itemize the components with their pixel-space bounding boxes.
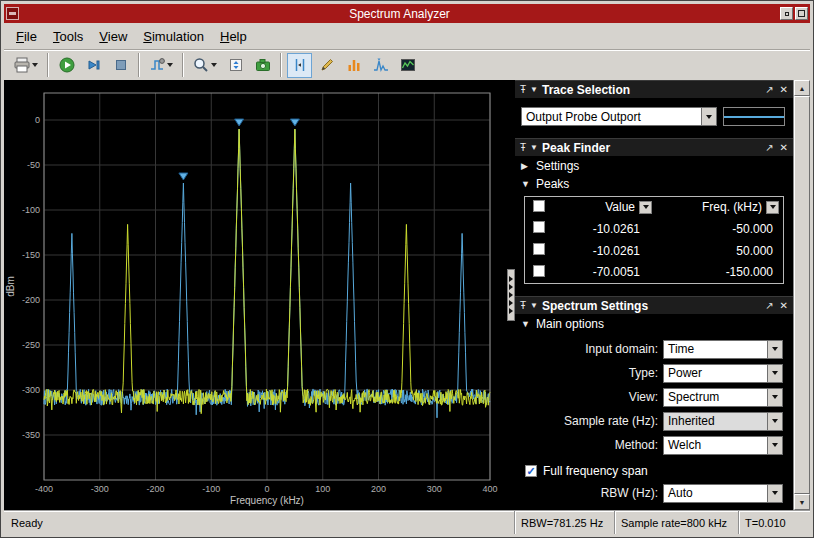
input-domain-select[interactable]: Time [663, 340, 783, 359]
setting-row-sample-rate-hz: Sample rate (Hz):Inherited [515, 409, 793, 433]
method-select[interactable]: Welch [663, 436, 783, 455]
spectrum-plot[interactable]: -400-300-200-10001002003004000-50-100-15… [4, 80, 515, 510]
minimize-button[interactable] [780, 7, 793, 20]
peak-row-checkbox[interactable] [533, 221, 545, 233]
undock-icon[interactable]: ↗ [765, 143, 773, 153]
column-header-freq: Freq. (kHz) [702, 200, 762, 214]
sample-rate-hz-select[interactable]: Inherited [663, 412, 783, 431]
playback-settings-button[interactable] [145, 53, 177, 78]
view-select[interactable]: Spectrum [663, 388, 783, 407]
zoom-button[interactable] [189, 53, 221, 78]
scroll-down-button[interactable]: ▼ [794, 494, 810, 510]
stop-button[interactable] [108, 53, 133, 78]
svg-text:-300: -300 [91, 484, 109, 494]
close-icon[interactable]: ✕ [780, 301, 788, 311]
maximize-button[interactable] [795, 7, 808, 20]
run-button[interactable] [54, 53, 79, 78]
dropdown-arrow-icon[interactable] [165, 54, 174, 77]
combo-arrow-icon[interactable] [767, 485, 782, 502]
window-title: Spectrum Analyzer [21, 7, 778, 21]
cursor-measurements-button[interactable] [287, 53, 312, 78]
peaks-table: ValueFreq. (kHz) -10.0261-50.000-10.0261… [524, 196, 784, 284]
peak-row-3: -70.0051-150.000 [525, 262, 784, 284]
combo-arrow-icon[interactable] [767, 341, 782, 358]
svg-text:-200: -200 [146, 484, 164, 494]
close-icon[interactable]: ✕ [780, 85, 788, 95]
signal-statistics-button[interactable] [314, 53, 339, 78]
panel-collapse-handle[interactable] [507, 269, 515, 321]
combo-arrow-icon[interactable] [767, 389, 782, 406]
svg-text:-50: -50 [27, 160, 40, 170]
scrollbar-thumb[interactable] [794, 96, 810, 494]
title-bar[interactable]: Spectrum Analyzer [4, 4, 810, 23]
collapse-panel-icon[interactable]: ▼ [530, 144, 538, 152]
side-panel: Ŧ ▼ Trace Selection ↗ ✕ Output Probe Out… [515, 80, 793, 510]
menu-item-file[interactable]: File [8, 26, 45, 47]
spectrum-plot-svg[interactable]: -400-300-200-10001002003004000-50-100-15… [4, 80, 515, 510]
type-select[interactable]: Power [663, 364, 783, 383]
peak-row-checkbox[interactable] [533, 243, 545, 255]
panel-title-spectrum-settings: Spectrum Settings [542, 299, 761, 313]
undock-icon[interactable]: ↗ [765, 301, 773, 311]
trace-style-preview[interactable] [723, 107, 785, 126]
peak-finder-button[interactable] [368, 53, 393, 78]
peak-row-checkbox[interactable] [533, 265, 545, 277]
full-frequency-span-checkbox[interactable]: ✓ [525, 465, 537, 477]
scroll-up-button[interactable]: ▲ [794, 80, 810, 96]
window-menu-button[interactable] [6, 7, 19, 20]
close-icon[interactable]: ✕ [780, 143, 788, 153]
filter-icon[interactable] [766, 201, 779, 214]
menu-item-help[interactable]: Help [212, 26, 255, 47]
menu-item-view[interactable]: View [91, 26, 135, 47]
rbw-select[interactable]: Auto [663, 484, 783, 503]
collapse-panel-icon[interactable]: ▼ [530, 302, 538, 310]
dropdown-arrow-icon[interactable] [30, 54, 39, 77]
filter-icon[interactable] [639, 201, 652, 214]
pin-panel-icon[interactable]: Ŧ [520, 143, 526, 153]
main-content: -400-300-200-10001002003004000-50-100-15… [4, 80, 810, 510]
trace-select[interactable]: Output Probe Outport [521, 107, 717, 126]
trace-color-swatch [724, 116, 784, 118]
spectrum-settings-fields: Input domain:TimeType:PowerView:Spectrum… [515, 333, 793, 457]
menu-item-simulation[interactable]: Simulation [135, 26, 212, 47]
svg-text:0: 0 [264, 484, 269, 494]
undock-icon[interactable]: ↗ [765, 85, 773, 95]
svg-text:0: 0 [35, 115, 40, 125]
peak-finder-peaks-toggle[interactable]: ▼ Peaks [515, 175, 793, 193]
distortion-measurements-button[interactable] [341, 53, 366, 78]
status-rbw: RBW=781.25 Hz [514, 511, 614, 534]
main-options-toggle[interactable]: ▼ Main options [515, 315, 793, 333]
collapse-panel-icon[interactable]: ▼ [530, 86, 538, 94]
peak-frequency: 50.000 [656, 240, 783, 262]
signal-settings-icon [148, 57, 165, 74]
section-label-main-options: Main options [536, 317, 604, 331]
svg-text:200: 200 [371, 484, 386, 494]
combo-arrow-icon[interactable] [767, 437, 782, 454]
collapse-arrow-icon: ▼ [521, 179, 531, 189]
panel-scrollbar[interactable]: ▲ ▼ [793, 80, 810, 510]
peak-finder-icon [372, 57, 389, 74]
spectrogram-button[interactable] [395, 53, 420, 78]
type-value: Power [664, 365, 767, 382]
autoscale-icon [227, 57, 244, 74]
setting-label-method: Method: [515, 438, 663, 452]
pin-panel-icon[interactable]: Ŧ [520, 301, 526, 311]
select-all-checkbox[interactable] [533, 200, 545, 212]
chevron-right-icon [509, 300, 513, 306]
zoom-icon [192, 57, 209, 74]
combo-arrow-icon[interactable] [701, 108, 716, 125]
scale-y-axis-button[interactable] [223, 53, 248, 78]
pin-panel-icon[interactable]: Ŧ [520, 85, 526, 95]
step-forward-button[interactable] [81, 53, 106, 78]
print-button[interactable] [10, 53, 42, 78]
view-value: Spectrum [664, 389, 767, 406]
svg-text:300: 300 [427, 484, 442, 494]
snapshot-button[interactable] [250, 53, 275, 78]
dropdown-arrow-icon[interactable] [209, 54, 218, 77]
combo-arrow-icon[interactable] [767, 365, 782, 382]
peak-finder-header: Ŧ ▼ Peak Finder ↗ ✕ [515, 138, 793, 157]
menu-item-tools[interactable]: Tools [45, 26, 91, 47]
section-label-settings: Settings [536, 159, 579, 173]
peak-finder-settings-toggle[interactable]: ▶ Settings [515, 157, 793, 175]
combo-arrow-icon[interactable] [767, 413, 782, 430]
